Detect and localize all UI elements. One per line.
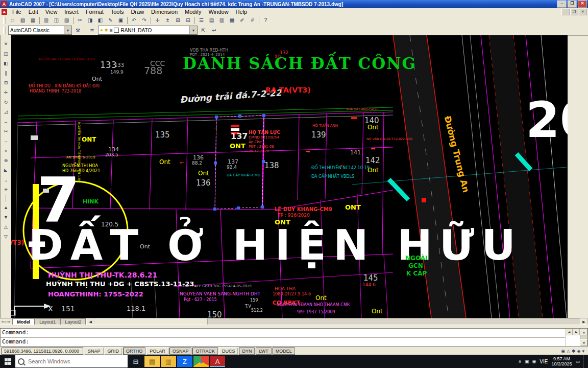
menu-window[interactable]: Window: [205, 8, 232, 15]
minimize-button[interactable]: –: [557, 1, 567, 8]
first-tab-button[interactable]: «: [2, 319, 4, 324]
status-toggle-dyn[interactable]: DYN: [239, 348, 255, 355]
pan-button[interactable]: ✛: [153, 16, 162, 25]
status-toggle-ducs[interactable]: DUCS: [219, 348, 238, 355]
taskbar-clock[interactable]: 9:57 AM 10/2/2025: [551, 356, 572, 366]
command-vscrollbar[interactable]: ▲ ▼: [580, 329, 587, 346]
menu-format[interactable]: Format: [82, 8, 107, 15]
layer-previous-button[interactable]: ↩: [209, 26, 219, 35]
draworder-above-button[interactable]: △: [2, 222, 11, 231]
copy-object-button[interactable]: ◫: [2, 49, 11, 58]
canvas[interactable]: DANH SÁCH ĐẤT CÔNGĐẤT Ở HIỆN HỮU207Đường…: [0, 35, 568, 318]
toolbar-grip[interactable]: [3, 17, 6, 24]
chamfer-button[interactable]: ◣: [2, 166, 11, 174]
command-scroll-right-icon[interactable]: ▶: [573, 329, 580, 335]
markup-set-manager-button[interactable]: ✐: [237, 16, 247, 25]
designcenter-button[interactable]: ▤: [207, 16, 216, 25]
show-desktop-button[interactable]: [583, 355, 586, 368]
menu-dimension[interactable]: Dimension: [148, 8, 181, 15]
action-center-icon[interactable]: ▭: [575, 359, 580, 364]
extend-button[interactable]: →: [2, 136, 11, 145]
zoom-window-button[interactable]: ⊞: [173, 16, 183, 25]
undo-button[interactable]: ↶: [129, 16, 139, 25]
rotate-button[interactable]: ↻: [2, 98, 11, 106]
status-menu-icon[interactable]: ▾: [582, 349, 584, 354]
restore-button[interactable]: ❐: [568, 1, 577, 8]
array-button[interactable]: ⊞: [2, 78, 11, 87]
publish-button[interactable]: ▨: [62, 16, 71, 25]
tool-palettes-button[interactable]: ▥: [217, 16, 227, 25]
toolbar-lock-icon[interactable]: ◈: [577, 349, 581, 354]
menu-view[interactable]: View: [42, 8, 61, 15]
status-toggle-model[interactable]: MODEL: [273, 348, 295, 355]
mirror-button[interactable]: ◧: [2, 59, 11, 67]
status-toggle-polar[interactable]: POLAR: [146, 348, 168, 355]
copy-button[interactable]: ◨: [85, 16, 95, 25]
annotation-visibility-icon[interactable]: ◉: [561, 349, 565, 354]
command-input[interactable]: Command:: [1, 338, 565, 346]
menu-help[interactable]: Help: [232, 8, 251, 15]
child-restore-button[interactable]: ❐: [570, 9, 578, 15]
menu-tools[interactable]: Tools: [107, 8, 128, 15]
start-button[interactable]: [0, 355, 15, 368]
search-input[interactable]: [27, 358, 125, 365]
sheet-set-manager-button[interactable]: ▩: [227, 16, 237, 25]
break-button[interactable]: ×: [2, 146, 11, 155]
taskbar-search[interactable]: [15, 355, 128, 367]
child-minimize-button[interactable]: –: [561, 9, 570, 15]
help-button[interactable]: ?: [261, 16, 271, 25]
close-button[interactable]: ✕: [578, 1, 587, 8]
last-tab-button[interactable]: »: [8, 319, 10, 324]
new-button[interactable]: □: [8, 16, 17, 25]
taskbar-zalo[interactable]: Z: [177, 356, 192, 367]
draworder-front-button[interactable]: ▲: [2, 203, 11, 212]
tray-volume-icon[interactable]: ◉: [532, 359, 536, 364]
menu-file[interactable]: File: [9, 8, 25, 15]
paste-button[interactable]: ◧: [95, 16, 105, 25]
taskbar-task-view[interactable]: ⊟: [128, 356, 143, 367]
stretch-button[interactable]: ↔: [2, 117, 11, 126]
chevron-down-icon[interactable]: ▼: [64, 26, 71, 34]
layer-dropdown[interactable]: ● ✹ ◙ RANH_DATO ▼: [98, 26, 198, 35]
offset-button[interactable]: ∥: [2, 68, 11, 77]
join-button[interactable]: ⊕: [2, 156, 11, 165]
taskbar-folder[interactable]: ▥: [161, 356, 176, 367]
taskbar-chrome[interactable]: ●: [193, 356, 209, 367]
save-button[interactable]: ▦: [28, 16, 38, 25]
explode-button[interactable]: ✳: [2, 185, 11, 194]
workspace-switch-icon[interactable]: ✱: [572, 349, 576, 354]
trim-button[interactable]: ✂: [2, 127, 11, 135]
taskbar-autocad[interactable]: A: [210, 356, 225, 367]
annotation-scale-icon[interactable]: △: [567, 349, 570, 354]
toolbar-grip-2[interactable]: [3, 27, 6, 34]
taskbar-file-explorer[interactable]: ▤: [144, 356, 160, 367]
hidden-icons-chevron[interactable]: ∧: [518, 359, 522, 364]
status-toggle-lwt[interactable]: LWT: [256, 348, 271, 355]
status-toggle-grid[interactable]: GRID: [105, 348, 122, 355]
fillet-button[interactable]: ◞: [2, 175, 11, 184]
scale-button[interactable]: ◿: [2, 107, 11, 116]
scroll-down-icon[interactable]: ▼: [580, 339, 587, 346]
zoom-previous-button[interactable]: ⊟: [183, 16, 193, 25]
properties-button[interactable]: ☰: [197, 16, 206, 25]
calculator-button[interactable]: #: [248, 16, 257, 25]
cut-button[interactable]: ✂: [75, 16, 85, 25]
open-button[interactable]: ▧: [18, 16, 28, 25]
plot-preview-button[interactable]: ◫: [52, 16, 61, 25]
coordinates-readout[interactable]: 591860.3496, 1215811.0926, 0.0000: [2, 348, 83, 355]
match-properties-button[interactable]: ✎: [106, 16, 115, 25]
redo-button[interactable]: ↷: [139, 16, 149, 25]
command-scroll-left-icon[interactable]: ◀: [566, 329, 573, 335]
language-indicator[interactable]: VIE: [540, 359, 548, 364]
workspace-settings-button[interactable]: ⚒: [73, 26, 83, 35]
menu-insert[interactable]: Insert: [61, 8, 82, 15]
chevron-down-icon[interactable]: ▼: [189, 26, 197, 34]
prev-tab-button[interactable]: ‹: [4, 319, 6, 324]
tray-network-icon[interactable]: ▣: [525, 359, 529, 364]
status-toggle-osnap[interactable]: OSNAP: [169, 348, 192, 355]
make-layer-current-button[interactable]: ⇱: [199, 26, 208, 35]
menu-edit[interactable]: Edit: [25, 8, 42, 15]
status-toggle-otrack[interactable]: OTRACK: [192, 348, 218, 355]
scroll-up-icon[interactable]: ▲: [580, 329, 587, 335]
next-tab-button[interactable]: ›: [6, 319, 8, 324]
